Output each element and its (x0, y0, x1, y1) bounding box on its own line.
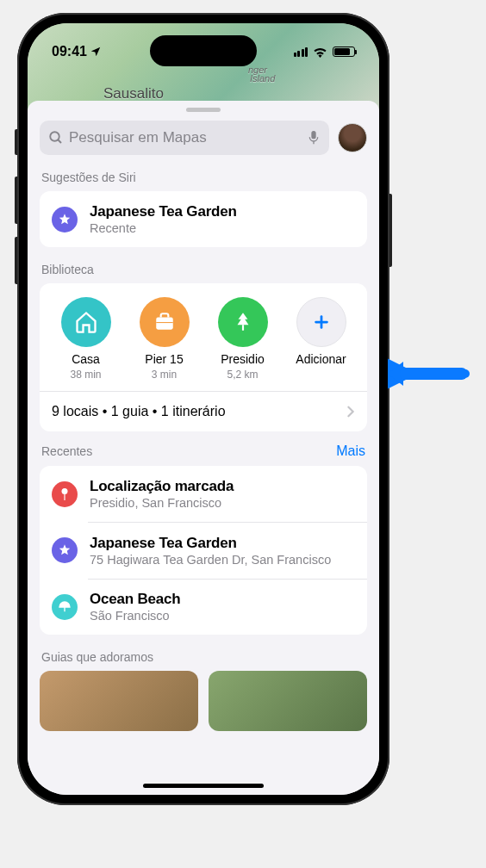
map-label-island: Island (250, 73, 275, 84)
recent-sub: 75 Hagiwara Tea Garden Dr, San Francisco (90, 553, 331, 567)
search-placeholder: Pesquisar em Mapas (69, 129, 302, 146)
library-item-label: Pier 15 (145, 352, 183, 366)
library-item-add[interactable]: Adicionar (284, 297, 358, 381)
recent-title: Localização marcada (90, 478, 234, 495)
library-item-park[interactable]: Presidio 5,2 km (206, 297, 280, 381)
svg-rect-2 (311, 131, 315, 139)
guide-tile[interactable] (209, 671, 367, 731)
umbrella-icon (52, 594, 78, 620)
briefcase-icon (140, 297, 190, 347)
siri-suggestion-card: Japanese Tea Garden Recente (40, 191, 367, 247)
home-icon (61, 297, 111, 347)
dynamic-island (150, 35, 257, 66)
library-item-sub: 3 min (152, 369, 177, 381)
microphone-icon[interactable] (307, 129, 321, 146)
siri-header: Sugestões de Siri (41, 170, 365, 184)
callout-arrow (388, 356, 474, 391)
phone-frame: Sausalito nger Island 09:41 Pesquisar em… (17, 13, 389, 805)
siri-item-title: Japanese Tea Garden (90, 203, 237, 220)
cellular-icon (294, 47, 308, 57)
library-card: Casa 38 min Pier 15 3 min (40, 283, 367, 431)
search-input[interactable]: Pesquisar em Mapas (40, 121, 329, 155)
status-time: 09:41 (52, 44, 87, 59)
library-item-home[interactable]: Casa 38 min (49, 297, 123, 381)
recents-header: Recentes (41, 444, 92, 458)
library-item-sub: 38 min (70, 369, 101, 381)
library-item-sub: 5,2 km (227, 369, 258, 381)
recent-sub: São Francisco (90, 609, 181, 623)
home-indicator[interactable] (143, 784, 264, 788)
library-item-label: Presidio (221, 352, 265, 366)
library-item-work[interactable]: Pier 15 3 min (128, 297, 202, 381)
svg-rect-3 (156, 318, 173, 330)
sheet-grabber[interactable] (186, 108, 221, 112)
library-footer-text: 9 locais • 1 guia • 1 itinerário (52, 404, 226, 419)
recent-title: Ocean Beach (90, 591, 181, 608)
library-footer[interactable]: 9 locais • 1 guia • 1 itinerário (40, 391, 367, 431)
tree-icon (218, 297, 268, 347)
recent-title: Japanese Tea Garden (90, 535, 331, 552)
recents-card: Localização marcada Presidio, San Franci… (40, 466, 367, 635)
library-item-label: Casa (72, 352, 100, 366)
profile-avatar[interactable] (338, 123, 367, 152)
siri-suggestion-item[interactable]: Japanese Tea Garden Recente (40, 191, 367, 247)
map-label-city: Sausalito (103, 85, 164, 102)
search-icon (48, 130, 64, 146)
siri-item-sub: Recente (90, 221, 237, 235)
star-icon (52, 207, 78, 232)
chevron-right-icon (346, 406, 355, 418)
guides-header: Guias que adoramos (41, 650, 365, 664)
plus-icon (296, 297, 346, 347)
svg-rect-9 (64, 493, 65, 499)
search-sheet: Pesquisar em Mapas Sugestões de Siri Jap… (28, 101, 379, 795)
recent-sub: Presidio, San Francisco (90, 496, 234, 510)
location-icon (90, 46, 102, 58)
star-icon (52, 537, 78, 563)
battery-icon (333, 46, 355, 57)
recent-item-beach[interactable]: Ocean Beach São Francisco (40, 579, 367, 635)
screen: Sausalito nger Island 09:41 Pesquisar em… (28, 23, 379, 795)
svg-point-0 (50, 132, 59, 141)
wifi-icon (313, 46, 327, 58)
svg-line-1 (58, 140, 61, 143)
library-item-label: Adicionar (296, 352, 346, 366)
recents-more-link[interactable]: Mais (336, 443, 365, 459)
recent-item-star[interactable]: Japanese Tea Garden 75 Hagiwara Tea Gard… (40, 523, 367, 579)
svg-rect-11 (400, 368, 467, 380)
guide-tile[interactable] (40, 671, 198, 731)
svg-rect-5 (241, 325, 243, 331)
svg-rect-4 (156, 322, 173, 323)
library-header: Biblioteca (41, 263, 365, 276)
recent-item-pin[interactable]: Localização marcada Presidio, San Franci… (40, 466, 367, 522)
pin-icon (52, 481, 78, 507)
